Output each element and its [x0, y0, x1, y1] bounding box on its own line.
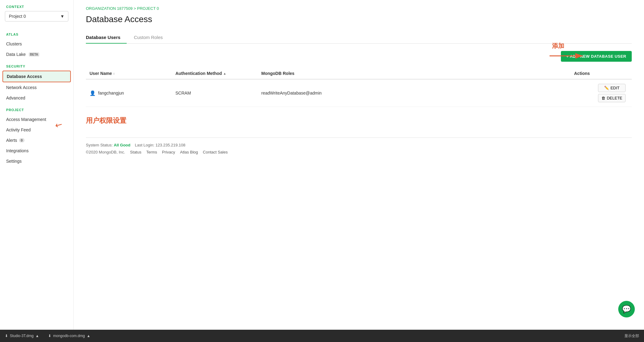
- edit-icon: ✏️: [604, 86, 609, 90]
- add-arrow-annotation: [550, 52, 586, 60]
- cell-actions: ✏️ EDIT 🗑 DELETE: [570, 84, 632, 102]
- annotation-add: 添加: [552, 42, 564, 50]
- sidebar-item-alerts[interactable]: Alerts 0: [0, 135, 73, 146]
- annotation-permissions: 用户权限设置: [86, 116, 632, 125]
- last-login-value: 123.235.219.108: [155, 143, 186, 147]
- sidebar-item-label: Access Management: [6, 117, 46, 122]
- sort-icon-username[interactable]: ↕: [113, 72, 115, 75]
- context-project-name: Project 0: [9, 14, 26, 19]
- footer-link-privacy[interactable]: Privacy: [162, 150, 175, 154]
- sidebar-item-label: Network Access: [6, 85, 37, 90]
- last-login-label: Last Login:: [135, 143, 155, 147]
- copyright: ©2020 MongoDB, Inc.: [86, 150, 125, 154]
- security-section-label: SECURITY: [0, 60, 73, 71]
- sidebar-item-settings[interactable]: Settings: [0, 156, 73, 164]
- column-header-username: User Name ↕: [86, 71, 172, 76]
- beta-badge: BETA: [29, 52, 39, 56]
- mongo-roles-value: readWriteAnyDatabase@admin: [261, 91, 322, 95]
- sidebar-item-clusters[interactable]: Clusters: [0, 39, 73, 49]
- footer: System Status: All Good Last Login: 123.…: [86, 138, 632, 157]
- sidebar-item-label: Data Lake: [6, 52, 26, 57]
- column-header-actions: Actions: [570, 71, 632, 76]
- footer-links: ©2020 MongoDB, Inc. Status Terms Privacy…: [86, 150, 632, 154]
- table-row: 👤 fangchangjun SCRAM readWriteAnyDatabas…: [86, 80, 632, 107]
- auth-method-value: SCRAM: [175, 91, 191, 95]
- column-header-auth-method: Authentication Method ▲: [172, 71, 258, 76]
- column-auth-label: Authentication Method: [175, 71, 222, 76]
- tabs-container: Database Users Custom Roles: [86, 32, 632, 44]
- sidebar-item-label: Advanced: [6, 95, 25, 100]
- sidebar-item-label: Database Access: [7, 74, 42, 79]
- main-content: ORGANIZATION 1877509 > PROJECT 0 Databas…: [74, 0, 644, 164]
- edit-label: EDIT: [611, 86, 620, 90]
- footer-link-status[interactable]: Status: [130, 150, 141, 154]
- system-status-label: System Status:: [86, 143, 113, 147]
- sidebar-item-label: Clusters: [6, 41, 22, 46]
- sidebar-item-network-access[interactable]: Network Access: [0, 82, 73, 93]
- cell-username: 👤 fangchangjun: [86, 90, 172, 96]
- footer-link-terms[interactable]: Terms: [146, 150, 157, 154]
- footer-status: System Status: All Good Last Login: 123.…: [86, 143, 632, 147]
- breadcrumb[interactable]: ORGANIZATION 1877509 > PROJECT 0: [86, 6, 632, 11]
- delete-label: DELETE: [607, 96, 623, 100]
- sidebar-item-database-access[interactable]: Database Access: [2, 71, 71, 82]
- sidebar-item-label: Activity Feed: [6, 127, 31, 132]
- context-label: CONTEXT: [0, 5, 73, 11]
- alerts-badge: 0: [19, 138, 25, 142]
- cell-auth-method: SCRAM: [172, 91, 258, 95]
- sidebar-item-advanced[interactable]: Advanced: [0, 93, 73, 103]
- column-roles-label: MongoDB Roles: [261, 71, 294, 76]
- table-header: User Name ↕ Authentication Method ▲ Mong…: [86, 68, 632, 80]
- user-icon: 👤: [90, 90, 96, 96]
- sidebar-item-activity-feed[interactable]: Activity Feed: [0, 125, 73, 135]
- sort-icon-auth[interactable]: ▲: [223, 72, 226, 75]
- sidebar-item-data-lake[interactable]: Data Lake BETA: [0, 49, 73, 60]
- column-username-label: User Name: [90, 71, 112, 76]
- sidebar: CONTEXT Project 0 ▼ ATLAS Clusters Data …: [0, 0, 74, 164]
- column-actions-label: Actions: [574, 71, 590, 76]
- system-status-value: All Good: [114, 143, 130, 147]
- column-header-mongo-roles: MongoDB Roles: [258, 71, 570, 76]
- delete-icon: 🗑: [601, 96, 605, 100]
- tab-custom-roles[interactable]: Custom Roles: [134, 32, 169, 44]
- sidebar-item-integrations[interactable]: Integrations: [0, 146, 73, 156]
- edit-button[interactable]: ✏️ EDIT: [598, 84, 626, 92]
- sidebar-item-label: Alerts: [6, 138, 17, 143]
- context-project-selector[interactable]: Project 0 ▼: [5, 11, 68, 21]
- atlas-section-label: ATLAS: [0, 28, 73, 39]
- footer-link-contact-sales[interactable]: Contact Sales: [203, 150, 228, 154]
- sidebar-item-label: Settings: [6, 159, 22, 164]
- sidebar-item-label: Integrations: [6, 148, 29, 153]
- delete-button[interactable]: 🗑 DELETE: [598, 94, 626, 102]
- cell-mongo-roles: readWriteAnyDatabase@admin: [258, 91, 570, 95]
- page-title: Database Access: [86, 14, 632, 24]
- username-value: fangchangjun: [98, 91, 124, 95]
- toolbar: 添加 + ADD NEW DATABASE USER: [86, 51, 632, 62]
- tab-database-users[interactable]: Database Users: [86, 32, 127, 44]
- footer-link-atlas-blog[interactable]: Atlas Blog: [180, 150, 198, 154]
- project-section-label: PROJECT: [0, 103, 73, 114]
- chevron-down-icon: ▼: [60, 14, 64, 19]
